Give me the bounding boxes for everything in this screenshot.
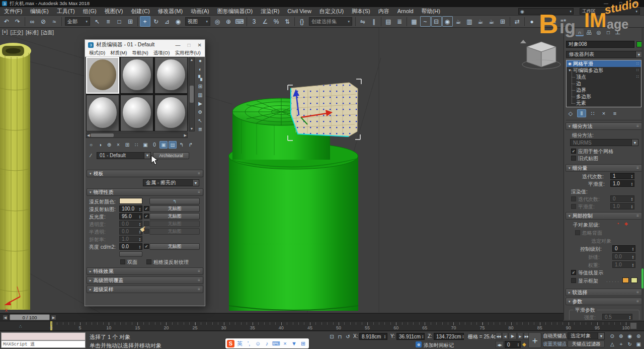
- viewport-label-0[interactable]: [+]: [2, 29, 8, 36]
- pin-stack-icon[interactable]: ◇: [566, 109, 575, 117]
- view-cube[interactable]: [520, 40, 560, 69]
- pan-icon[interactable]: ＋: [617, 340, 626, 348]
- skin-icon[interactable]: ▼: [290, 340, 298, 347]
- transparency-map-button[interactable]: 无贴图: [149, 221, 200, 227]
- set-key-button[interactable]: 设置关键点: [543, 340, 567, 347]
- rollout-soft-selection[interactable]: ▸软选择≡: [566, 289, 642, 296]
- modifier-list-dropdown[interactable]: 修改器列表 ▼: [566, 51, 642, 58]
- scroll-up-icon[interactable]: ▲: [190, 58, 194, 61]
- select-object-icon[interactable]: ↖: [92, 16, 103, 27]
- track-bar[interactable]: ∴ 05101520253035404550556065707580859095…: [0, 321, 644, 331]
- undo-icon[interactable]: ↶: [2, 16, 12, 27]
- display-tab-icon[interactable]: □: [604, 29, 612, 36]
- sample-uv-tiling-icon[interactable]: ⊞: [196, 83, 204, 90]
- modifier-stack-item-6[interactable]: 元素: [567, 100, 641, 106]
- named-selection-field[interactable]: 创建选择集▾: [309, 17, 352, 26]
- render-grid-icon[interactable]: ⊞: [498, 16, 508, 27]
- select-and-move-icon[interactable]: ＋: [140, 16, 150, 27]
- menu-item-4[interactable]: 视图(V): [101, 7, 127, 15]
- put-to-library-icon[interactable]: ▣: [141, 141, 149, 149]
- make-unique-stack-icon[interactable]: ∷: [588, 109, 597, 117]
- render-production-icon[interactable]: ☕: [475, 16, 486, 27]
- rollout-special-effects[interactable]: ▸特殊效果≡: [87, 267, 203, 275]
- selection-filter-dropdown[interactable]: 全部▾: [65, 17, 90, 26]
- mat-menu-item-3[interactable]: 选项(O): [151, 50, 172, 56]
- modifier-stack-item-3[interactable]: 边: [567, 80, 641, 87]
- template-preset-dropdown[interactable]: 金属 - 擦亮的 ▼: [143, 179, 199, 186]
- spinner-icon[interactable]: ▴▾: [631, 263, 635, 267]
- material-map-navigator-icon[interactable]: ≣: [196, 125, 204, 133]
- hierarchy-tab-icon[interactable]: 品: [585, 29, 593, 36]
- sample-slot-0[interactable]: [86, 57, 119, 94]
- menu-item-6[interactable]: 修改器(M): [154, 7, 187, 15]
- modify-tab-icon[interactable]: ∩: [576, 29, 584, 36]
- menu-item-10[interactable]: Civil View: [283, 7, 315, 15]
- edge-subobject-icon[interactable]: ◆: [624, 221, 628, 226]
- menu-item-12[interactable]: 脚本(S): [348, 7, 374, 15]
- time-slider-thumb[interactable]: 0 / 100: [10, 314, 50, 320]
- punctuation-icon[interactable]: ’,: [245, 340, 253, 347]
- luminance-field[interactable]: 0.0▴▾: [119, 243, 142, 250]
- mat-menu-item-0[interactable]: 模式(D): [87, 50, 107, 56]
- bind-to-space-warp-icon[interactable]: ≈: [49, 16, 60, 27]
- rollout-subdivision-amount[interactable]: ▾细分量≡: [566, 164, 642, 172]
- strength-field[interactable]: 0.5▴▾: [602, 314, 632, 320]
- eyedropper-icon[interactable]: ∕: [87, 152, 95, 159]
- display-cage-checkbox[interactable]: [571, 278, 576, 283]
- scroll-left-icon[interactable]: ◀: [87, 133, 90, 137]
- zoom-all-icon[interactable]: ⊕: [617, 332, 626, 340]
- select-and-rotate-icon[interactable]: ↻: [151, 16, 162, 27]
- spinner-icon[interactable]: ▴▾: [138, 237, 142, 241]
- rollout-supersampling[interactable]: ▸超级采样≡: [87, 286, 203, 293]
- material-id-channel-icon[interactable]: 0: [150, 141, 158, 149]
- edit-named-selection-sets-icon[interactable]: {}: [297, 16, 307, 27]
- yellow-lighter-object[interactable]: [0, 43, 31, 310]
- spinner-icon[interactable]: ▴▾: [631, 255, 635, 259]
- selection-lock-icon[interactable]: ⊓: [336, 333, 344, 340]
- maximize-viewport-icon[interactable]: ▣: [634, 340, 643, 348]
- sample-slot-1[interactable]: [120, 57, 153, 94]
- material-name-dropdown[interactable]: 01 - Default ▼: [97, 152, 151, 159]
- menu-item-15[interactable]: 帮助(H): [418, 7, 444, 15]
- use-pivot-center-icon[interactable]: ◎: [212, 16, 223, 27]
- show-end-result-stack-icon[interactable]: Ⅱ: [577, 109, 586, 117]
- sample-slot-3[interactable]: [86, 95, 119, 131]
- rough-diffuse-checkbox[interactable]: [146, 259, 151, 264]
- menu-item-13[interactable]: 内容: [374, 7, 393, 15]
- stack-row-menu-icon[interactable]: ∷: [636, 61, 641, 66]
- create-tab-icon[interactable]: ＋: [566, 29, 574, 36]
- selection-set-dropdown[interactable]: 选定对象▼: [568, 332, 605, 339]
- menu-item-1[interactable]: 编辑(E): [26, 7, 53, 15]
- track-bar-end-handle[interactable]: [630, 322, 637, 329]
- menu-item-11[interactable]: 自定义(U): [315, 7, 348, 15]
- menu-item-3[interactable]: 组(G): [79, 7, 101, 15]
- modifier-stack-item-5[interactable]: 多边形: [567, 93, 641, 100]
- shininess-field[interactable]: 95.0▴▾: [119, 213, 142, 220]
- scroll-right-icon[interactable]: ▶: [184, 133, 187, 137]
- scroll-thumb[interactable]: [190, 86, 194, 103]
- luminance-map-button[interactable]: 无贴图: [149, 243, 200, 250]
- cage-selected-color-swatch[interactable]: [631, 277, 637, 283]
- keyboard-override-icon[interactable]: ⌨: [234, 16, 245, 27]
- sample-slots-vscrollbar[interactable]: ▲▼: [189, 57, 195, 131]
- minimize-button[interactable]: —: [604, 1, 608, 6]
- smoothness-field[interactable]: 1.0▴▾: [610, 180, 634, 187]
- scroll-down-icon[interactable]: ▼: [190, 127, 194, 130]
- luminance-picker-button[interactable]: [119, 251, 142, 257]
- go-forward-to-sibling-icon[interactable]: ↱: [187, 141, 195, 149]
- soft-keyboard-icon[interactable]: ⌨: [272, 340, 280, 347]
- select-and-scale-icon[interactable]: ⊿: [162, 16, 173, 27]
- curve-editor-icon[interactable]: ~: [420, 16, 431, 27]
- add-time-tag-icon[interactable]: ⊕: [416, 341, 422, 347]
- spinner-icon[interactable]: ▴▾: [461, 334, 465, 338]
- sample-type-icon[interactable]: ●: [196, 57, 204, 64]
- spinner-icon[interactable]: ▴▾: [138, 215, 142, 219]
- x-coord-field[interactable]: 8.918cm▴▾: [359, 333, 387, 340]
- diffuse-color-swatch[interactable]: [119, 198, 142, 204]
- go-to-parent-icon[interactable]: ↰: [178, 141, 186, 149]
- viewport-label-2[interactable]: [标准]: [26, 29, 39, 36]
- auto-key-button[interactable]: 自动关键点: [543, 332, 567, 339]
- window-crossing-icon[interactable]: ⊞: [125, 16, 136, 27]
- orbit-icon[interactable]: ↻: [625, 340, 634, 348]
- apply-to-whole-mesh-checkbox[interactable]: ✓: [571, 149, 576, 154]
